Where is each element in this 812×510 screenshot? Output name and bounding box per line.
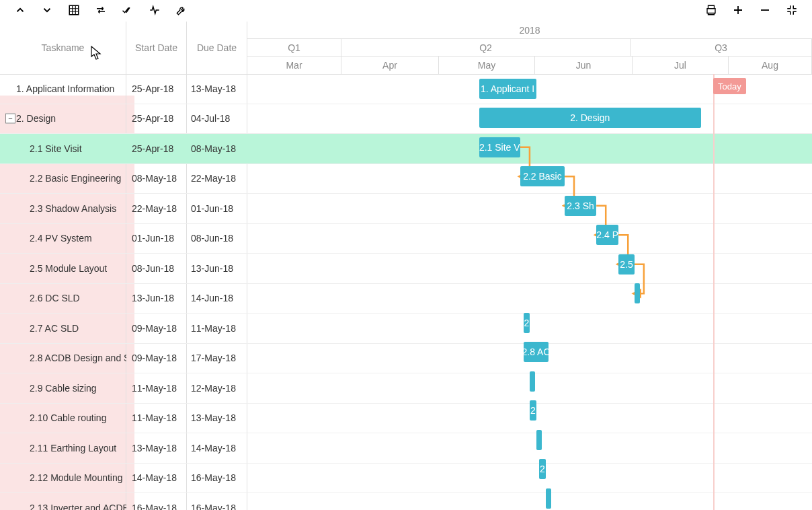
due-date-cell: 22-May-18 — [191, 164, 246, 194]
timeline-month-cell: Apr — [341, 57, 439, 74]
print-icon[interactable] — [698, 2, 725, 18]
start-date-cell: 11-May-18 — [132, 404, 187, 433]
today-flag: Today — [713, 78, 746, 94]
toolbar — [0, 0, 812, 20]
gantt-bar[interactable]: 2. Design — [479, 108, 701, 128]
header-taskname[interactable]: Taskname — [0, 22, 126, 74]
timeline-quarter-cell: Q3 — [631, 39, 812, 56]
gantt-content: Taskname Start Date Due Date 2018 Q1Q2Q3… — [0, 22, 812, 510]
timeline-months: MarAprMayJunJulAug — [247, 57, 812, 74]
start-date-cell: 08-Jun-18 — [132, 254, 187, 283]
gantt-bar[interactable]: 2 — [539, 459, 545, 479]
due-date-cell: 16-May-18 — [191, 464, 246, 493]
start-date-cell: 11-May-18 — [132, 373, 187, 403]
task-name-cell: 2.4 PV System — [0, 224, 126, 254]
gantt-bar[interactable]: 2.1 Site V — [479, 137, 520, 157]
due-date-cell: 13-Jun-18 — [191, 254, 246, 283]
swap-icon[interactable] — [87, 2, 114, 18]
svg-rect-0 — [69, 5, 79, 15]
gantt-bar[interactable]: 2 — [524, 313, 530, 333]
task-name-cell: 2.3 Shadow Analysis — [0, 194, 126, 223]
activity-icon[interactable] — [141, 2, 168, 18]
task-name-cell: 2.8 ACDB Design and Sizing — [0, 344, 126, 373]
due-date-cell: 04-Jul-18 — [191, 104, 246, 134]
due-date-cell: 13-May-18 — [191, 74, 246, 104]
task-name-cell: 2.10 Cable routing — [0, 404, 126, 433]
start-date-cell: 22-May-18 — [132, 194, 187, 223]
start-date-cell: 09-May-18 — [132, 344, 187, 373]
start-date-cell: 13-May-18 — [132, 433, 187, 463]
due-date-cell: 08-May-18 — [191, 134, 246, 163]
due-date-cell: 08-Jun-18 — [191, 224, 246, 254]
task-name-cell: 2.6 DC SLD — [0, 284, 126, 314]
task-name-cell: 2.7 AC SLD — [0, 314, 126, 343]
timeline-year: 2018 — [247, 22, 812, 39]
collapse-toggle[interactable]: − — [5, 114, 15, 124]
task-name-cell: 2.1 Site Visit — [0, 134, 126, 163]
wrench-icon[interactable] — [168, 2, 195, 18]
due-date-cell: 17-May-18 — [191, 344, 246, 373]
timeline-month-cell: Jun — [535, 57, 633, 74]
gantt-bar[interactable]: 2.3 Sh — [565, 196, 596, 216]
timeline-month-cell: May — [439, 57, 535, 74]
check-all-icon[interactable] — [114, 2, 141, 18]
due-date-cell: 13-May-18 — [191, 404, 246, 433]
timeline-header: 2018 Q1Q2Q3 MarAprMayJunJulAug — [247, 22, 812, 74]
due-date-cell: 11-May-18 — [191, 314, 246, 343]
timeline-body[interactable]: 1. Applicant I2. Design2.1 Site V2.2 Bas… — [247, 74, 812, 510]
header-duedate[interactable]: Due Date — [187, 22, 247, 74]
toolbar-right — [698, 2, 805, 18]
gantt-body: 1. Applicant Information25-Apr-1813-May-… — [0, 74, 812, 510]
gantt-bar[interactable] — [635, 283, 640, 303]
gantt-connectors — [247, 74, 812, 510]
gantt-bar[interactable]: 2 — [530, 400, 536, 421]
due-date-cell: 12-May-18 — [191, 373, 246, 403]
plus-icon[interactable] — [725, 2, 752, 18]
task-name-cell: 2.2 Basic Engineering — [0, 164, 126, 194]
gantt-bar[interactable]: 2.8 AC — [524, 342, 549, 362]
due-date-cell: 01-Jun-18 — [191, 194, 246, 223]
start-date-cell: 25-Apr-18 — [132, 74, 187, 104]
timeline-month-cell: Aug — [729, 57, 812, 74]
task-name-cell: 2.9 Cable sizing — [0, 373, 126, 403]
start-date-cell: 16-May-18 — [132, 493, 187, 510]
gantt-bar[interactable] — [536, 430, 542, 450]
due-date-cell: 14-May-18 — [191, 433, 246, 463]
chevron-down-icon[interactable] — [34, 2, 60, 18]
column-headers: Taskname Start Date Due Date 2018 Q1Q2Q3… — [0, 22, 812, 75]
due-date-cell: 16-May-18 — [191, 493, 246, 510]
start-date-cell: 25-Apr-18 — [132, 134, 187, 163]
gantt-bar[interactable]: 1. Applicant I — [479, 79, 536, 99]
timeline-quarter-cell: Q2 — [341, 39, 631, 56]
timeline-month-cell: Jul — [633, 57, 729, 74]
start-date-cell: 01-Jun-18 — [132, 224, 187, 254]
task-name-cell: 1. Applicant Information — [0, 74, 126, 104]
start-date-cell: 13-Jun-18 — [132, 284, 187, 314]
task-name-cell: 2.12 Module Mounting — [0, 464, 126, 493]
grid-icon[interactable] — [60, 2, 87, 18]
gantt-app: Taskname Start Date Due Date 2018 Q1Q2Q3… — [0, 0, 812, 510]
fullscreen-collapse-icon[interactable] — [778, 2, 805, 18]
start-date-cell: 09-May-18 — [132, 314, 187, 343]
gantt-bar[interactable] — [530, 371, 535, 392]
timeline-quarters: Q1Q2Q3 — [247, 39, 812, 57]
start-date-cell: 14-May-18 — [132, 464, 187, 493]
today-line — [713, 74, 715, 510]
header-startdate[interactable]: Start Date — [126, 22, 187, 74]
timeline-month-cell: Mar — [247, 57, 341, 74]
gantt-bar[interactable]: 2.2 Basic — [520, 166, 565, 186]
task-name-cell: 2. Design− — [0, 104, 126, 134]
gantt-bar[interactable]: 2.5 — [618, 254, 635, 275]
gantt-bar[interactable] — [546, 488, 551, 509]
toolbar-left — [7, 2, 195, 18]
chevron-up-icon[interactable] — [7, 2, 34, 18]
timeline-quarter-cell: Q1 — [247, 39, 341, 56]
due-date-cell: 14-Jun-18 — [191, 284, 246, 314]
start-date-cell: 25-Apr-18 — [132, 104, 187, 134]
start-date-cell: 08-May-18 — [132, 164, 187, 194]
task-name-cell: 2.13 Inverter and ACDB — [0, 493, 126, 510]
task-name-cell: 2.11 Earthing Layout — [0, 433, 126, 463]
gantt-bar[interactable]: 2.4 P — [596, 225, 618, 245]
task-name-cell: 2.5 Module Layout — [0, 254, 126, 283]
minus-icon[interactable] — [752, 2, 778, 18]
